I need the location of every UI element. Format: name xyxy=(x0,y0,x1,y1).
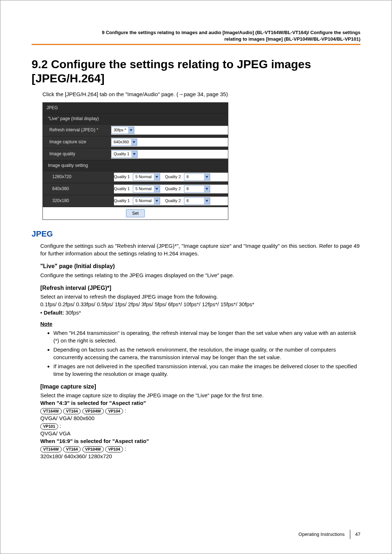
model-badge: VT164W xyxy=(40,408,62,414)
panel-live-title: "Live" page (Initial display) xyxy=(43,114,228,124)
chevron-down-icon xyxy=(154,186,160,192)
default-bullet: Default: 30fps* xyxy=(40,309,360,316)
panel-row-refresh: Refresh interval (JPEG) * 30fps * xyxy=(43,124,228,136)
size-select-value: 640x360 xyxy=(111,139,131,145)
q2-value: 8 xyxy=(184,198,204,204)
note-list: When "H.264 transmission" is operating, … xyxy=(53,329,360,378)
jpeg-paragraph: Configure the settings such as "Refresh … xyxy=(40,242,360,257)
model-badge: VT164 xyxy=(63,408,81,414)
size-label: Image capture size xyxy=(46,139,111,145)
panel-row-size: Image capture size 640x360 xyxy=(43,136,228,148)
q2-label: Quality 2 xyxy=(165,198,184,204)
chevron-down-icon xyxy=(154,174,160,180)
panel-quality-row: 320x180Quality 15 NormalQuality 28 xyxy=(43,195,228,207)
q2-value: 8 xyxy=(184,174,204,180)
header-rule xyxy=(32,44,360,45)
chevron-down-icon xyxy=(204,186,210,192)
q1-select[interactable]: 5 Normal xyxy=(133,185,160,193)
chevron-down-icon xyxy=(154,198,160,204)
quality-row-resolution: 320x180 xyxy=(46,198,114,204)
q1-select[interactable]: 5 Normal xyxy=(133,197,160,205)
ics-when-4-3: When "4:3" is selected for "Aspect ratio… xyxy=(40,399,360,407)
set-button[interactable]: Set xyxy=(126,209,145,218)
refresh-p2: 0.1fps/ 0.2fps/ 0.33fps/ 0.5fps/ 1fps/ 2… xyxy=(40,300,360,308)
q1-value: 5 Normal xyxy=(133,174,154,180)
chevron-down-icon xyxy=(128,127,134,134)
quality-label: Image quality xyxy=(46,151,111,157)
default-label: Default: xyxy=(44,309,64,316)
model-badge: VP104 xyxy=(105,408,123,414)
panel-set-wrap: Set xyxy=(43,207,228,220)
refresh-select-value: 30fps * xyxy=(111,127,128,134)
panel-iqs-title: Image quality setting xyxy=(43,160,228,171)
refresh-heading: [Refresh interval (JPEG)*] xyxy=(40,284,360,292)
chevron-down-icon xyxy=(204,198,210,204)
footer-label: Operating Instructions xyxy=(298,531,344,538)
chevron-down-icon xyxy=(131,151,137,157)
q1-select[interactable]: 5 Normal xyxy=(133,173,160,181)
footer-page-number: 47 xyxy=(355,531,360,538)
chevron-down-icon xyxy=(131,139,137,145)
quality-select[interactable]: Quality 1 xyxy=(111,151,138,158)
ics-43-values-2: QVGA/ VGA xyxy=(40,430,360,437)
default-value: 30fps* xyxy=(64,309,81,316)
q1-label: Quality 1 xyxy=(114,198,133,204)
q1-label: Quality 1 xyxy=(114,186,133,192)
footer-divider xyxy=(350,530,350,539)
panel-group-jpeg: JPEG xyxy=(43,103,228,114)
panel-quality-row: 1280x720Quality 15 NormalQuality 28 xyxy=(43,171,228,183)
q2-label: Quality 2 xyxy=(165,174,184,180)
quality-row-resolution: 1280x720 xyxy=(46,174,114,180)
page-footer: Operating Instructions 47 xyxy=(32,530,360,539)
q1-label: Quality 1 xyxy=(114,174,133,180)
note-item: If images are not delivered in the speci… xyxy=(53,362,360,378)
ics-43-values-1: QVGA/ VGA/ 800x600 xyxy=(40,414,360,422)
q2-label: Quality 2 xyxy=(165,186,184,192)
refresh-label: Refresh interval (JPEG) * xyxy=(46,127,111,133)
model-badge: VP104W xyxy=(82,408,104,414)
ics-heading: [Image capture size] xyxy=(40,383,360,391)
size-select[interactable]: 640x360 xyxy=(111,139,137,146)
running-header-line1: 9 Configure the settings relating to ima… xyxy=(32,29,360,36)
refresh-p1: Select an interval to refresh the displa… xyxy=(40,293,360,300)
q1-value: 5 Normal xyxy=(133,198,154,204)
live-paragraph: Configure the settings relating to the J… xyxy=(40,271,360,279)
note-item: When "H.264 transmission" is operating, … xyxy=(53,329,360,344)
ics-169-values: 320x180/ 640x360/ 1280x720 xyxy=(40,452,360,460)
note-heading: Note xyxy=(40,320,360,328)
ics-paragraph: Select the image capture size to display… xyxy=(40,391,360,399)
ics-badges-row-1: VT164W VT164 VP104W VP104 : xyxy=(40,407,360,414)
quality-row-resolution: 640x360 xyxy=(46,186,114,192)
section-intro: Click the [JPEG/H.264] tab on the "Image… xyxy=(42,90,360,98)
panel-row-quality: Image quality Quality 1 xyxy=(43,148,228,160)
chevron-down-icon xyxy=(204,174,210,180)
model-badge: VT164W xyxy=(40,446,62,452)
section-heading: 9.2 Configure the settings relating to J… xyxy=(32,57,360,85)
config-panel: JPEG "Live" page (Initial display) Refre… xyxy=(42,102,228,220)
panel-quality-row: 640x360Quality 15 NormalQuality 28 xyxy=(43,183,228,195)
running-header-line2: relating to images [Image] (BL-VP104W/BL… xyxy=(32,36,360,42)
live-heading: "Live" page (Initial display) xyxy=(40,262,360,270)
jpeg-heading: JPEG xyxy=(32,229,360,240)
ics-badges-row-3: VT164W VT164 VP104W VP104 : xyxy=(40,445,360,452)
model-badge: VP101 xyxy=(40,423,58,430)
ics-badges-row-2: VP101 : xyxy=(40,422,360,430)
q2-select[interactable]: 8 xyxy=(184,185,210,193)
q1-value: 5 Normal xyxy=(133,186,154,192)
quality-select-value: Quality 1 xyxy=(111,151,131,157)
q2-select[interactable]: 8 xyxy=(184,197,210,205)
ics-when-16-9: When "16:9" is selected for "Aspect rati… xyxy=(40,437,360,445)
note-item: Depending on factors such as the network… xyxy=(53,346,360,361)
model-badge: VT164 xyxy=(63,446,81,452)
q2-value: 8 xyxy=(184,186,204,192)
q2-select[interactable]: 8 xyxy=(184,173,210,181)
model-badge: VP104 xyxy=(105,446,123,452)
model-badge: VP104W xyxy=(82,446,104,452)
refresh-select[interactable]: 30fps * xyxy=(111,127,134,134)
